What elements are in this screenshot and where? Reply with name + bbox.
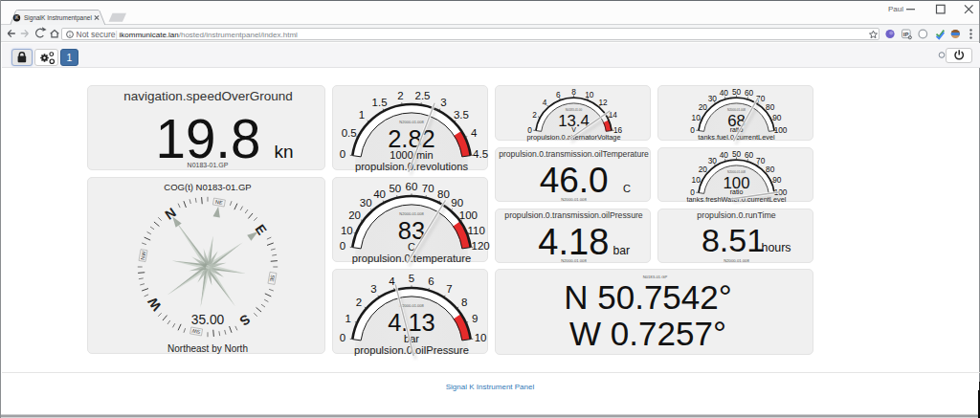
svg-text:100: 100	[458, 209, 477, 221]
svg-text:4: 4	[542, 97, 546, 106]
svg-text:SE: SE	[269, 274, 276, 282]
svg-text:0.5: 0.5	[341, 127, 356, 139]
svg-text:COG(t) N0183-01.GP: COG(t) N0183-01.GP	[164, 181, 251, 191]
svg-text:N2000-01.008: N2000-01.008	[724, 257, 749, 262]
svg-text:90: 90	[451, 197, 463, 209]
svg-text:6: 6	[555, 89, 560, 99]
svg-text:40: 40	[719, 88, 728, 98]
svg-text:50: 50	[731, 86, 741, 96]
svg-text:12: 12	[598, 97, 608, 106]
svg-text:5: 5	[408, 272, 413, 283]
svg-text:6: 6	[428, 275, 434, 286]
svg-text:4: 4	[471, 127, 478, 139]
svg-text:7: 7	[446, 283, 452, 295]
svg-text:100: 100	[773, 124, 787, 134]
svg-text:8: 8	[460, 296, 466, 307]
svg-text:0: 0	[339, 148, 345, 160]
svg-text:8: 8	[571, 86, 576, 96]
svg-text:30: 30	[359, 197, 371, 209]
svg-text:2: 2	[532, 109, 537, 119]
svg-text:110: 110	[467, 224, 484, 235]
svg-text:30: 30	[707, 156, 717, 165]
svg-text:20: 20	[698, 164, 707, 173]
svg-text:35.00: 35.00	[191, 312, 225, 326]
svg-text:70: 70	[421, 182, 434, 193]
svg-text:Northeast by North: Northeast by North	[167, 343, 248, 354]
svg-text:C: C	[622, 182, 630, 193]
svg-text:120: 120	[471, 240, 489, 252]
svg-text:4.18: 4.18	[538, 221, 609, 261]
svg-text:10: 10	[691, 174, 701, 184]
svg-text:0: 0	[690, 124, 695, 134]
svg-text:4.13: 4.13	[388, 308, 435, 335]
svg-text:ikommunicate.lan/hosted/instru: ikommunicate.lan/hosted/instrumentpanel/…	[120, 30, 299, 38]
svg-text:hours: hours	[761, 241, 791, 254]
svg-text:60: 60	[745, 150, 754, 160]
svg-text:20: 20	[348, 209, 361, 221]
svg-text:4.5: 4.5	[473, 148, 488, 160]
svg-text:1.5: 1.5	[371, 96, 387, 107]
svg-text:9: 9	[472, 313, 478, 324]
svg-text:3: 3	[440, 96, 446, 107]
svg-text:1: 1	[345, 313, 350, 324]
svg-text:N2000-01.008: N2000-01.008	[561, 196, 587, 201]
svg-text:80: 80	[766, 164, 775, 173]
svg-text:60: 60	[405, 180, 417, 191]
svg-text:N0183-01.GP: N0183-01.GP	[188, 161, 229, 167]
svg-text:50: 50	[731, 148, 741, 158]
svg-text:bar: bar	[612, 243, 630, 256]
svg-text:N2000-01.008: N2000-01.008	[399, 119, 424, 123]
svg-text:Not secure: Not secure	[77, 29, 116, 38]
svg-text:10: 10	[585, 89, 594, 99]
svg-text:3: 3	[370, 283, 376, 295]
svg-text:3.5: 3.5	[453, 109, 468, 121]
svg-text:N 50.7542°: N 50.7542°	[564, 278, 732, 316]
svg-text:90: 90	[772, 112, 782, 121]
svg-text:0: 0	[339, 240, 345, 252]
svg-text:N2000-01.008: N2000-01.008	[399, 210, 424, 215]
svg-text:propulsion.0.transmission.oilP: propulsion.0.transmission.oilPressure	[504, 210, 643, 220]
svg-text:80: 80	[437, 187, 450, 199]
svg-text:60: 60	[745, 88, 754, 98]
svg-text:1000/min: 1000/min	[390, 148, 433, 160]
svg-text:2: 2	[355, 296, 361, 307]
svg-text:90: 90	[772, 174, 782, 184]
svg-text:40: 40	[719, 150, 728, 160]
svg-text:1: 1	[358, 109, 364, 121]
svg-text:kn: kn	[275, 141, 294, 161]
svg-text:10: 10	[691, 112, 701, 121]
svg-text:N2000-01.008: N2000-01.008	[561, 257, 587, 262]
svg-text:46.0: 46.0	[539, 160, 608, 199]
svg-text:40: 40	[373, 187, 386, 199]
svg-text:0: 0	[339, 332, 345, 343]
svg-text:10: 10	[340, 224, 352, 235]
svg-text:2: 2	[397, 89, 403, 100]
svg-text:propulsion.0.runTime: propulsion.0.runTime	[697, 210, 775, 220]
svg-text:iK: iK	[14, 15, 18, 20]
svg-text:50: 50	[389, 182, 401, 193]
svg-text:80: 80	[766, 101, 775, 111]
svg-text:30: 30	[707, 94, 717, 103]
svg-text:V: V	[571, 126, 576, 133]
svg-text:ratio: ratio	[729, 188, 743, 195]
svg-text:8.51: 8.51	[701, 222, 764, 258]
svg-text:20: 20	[698, 101, 707, 111]
svg-text:SignalK Instrumentpanel: SignalK Instrumentpanel	[24, 14, 92, 22]
svg-text:10: 10	[474, 332, 486, 343]
svg-text:navigation.speedOverGround: navigation.speedOverGround	[123, 88, 292, 102]
svg-text:2.5: 2.5	[414, 89, 430, 100]
svg-text:IP: IP	[903, 32, 909, 37]
svg-text:W: W	[145, 294, 165, 314]
svg-text:19.8: 19.8	[156, 108, 261, 168]
svg-text:W 0.7257°: W 0.7257°	[569, 314, 726, 351]
svg-text:propulsion.0.transmission.oilT: propulsion.0.transmission.oilTemperature	[499, 149, 649, 159]
svg-text:NE: NE	[215, 198, 224, 205]
svg-text:S: S	[237, 311, 254, 328]
svg-text:|: |	[116, 29, 118, 38]
svg-text:70: 70	[756, 156, 766, 165]
